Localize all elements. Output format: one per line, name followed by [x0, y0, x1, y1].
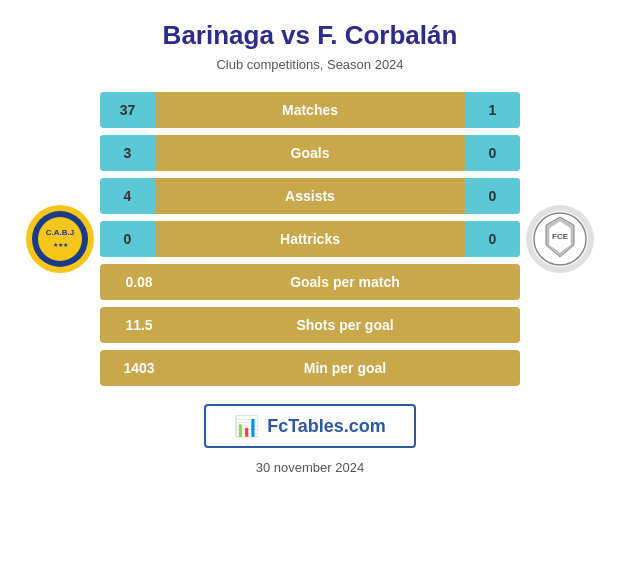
- date-text: 30 november 2024: [256, 460, 364, 475]
- chart-icon: 📊: [234, 414, 259, 438]
- stat-right-hattricks: 0: [465, 221, 520, 257]
- stat-right-goals: 0: [465, 135, 520, 171]
- stat-label-shots_per_goal: Shots per goal: [170, 317, 520, 333]
- stat-label-assists: Assists: [155, 188, 465, 204]
- stat-label-goals_per_match: Goals per match: [170, 274, 520, 290]
- stat-left-goals: 3: [100, 135, 155, 171]
- stat-row-shots_per_goal: 11.5Shots per goal: [100, 307, 520, 343]
- stat-label-min_per_goal: Min per goal: [170, 360, 520, 376]
- stat-row-matches: 37Matches1: [100, 92, 520, 128]
- svg-point-2: [38, 217, 82, 261]
- svg-text:C.A.B.J: C.A.B.J: [46, 228, 74, 237]
- stat-right-matches: 1: [465, 92, 520, 128]
- stat-row-goals: 3Goals0: [100, 135, 520, 171]
- stat-label-matches: Matches: [155, 102, 465, 118]
- page-title: Barinaga vs F. Corbalán: [163, 20, 458, 51]
- stat-row-goals_per_match: 0.08Goals per match: [100, 264, 520, 300]
- stat-left-assists: 4: [100, 178, 155, 214]
- stat-label-goals: Goals: [155, 145, 465, 161]
- fctables-banner: 📊 FcTables.com: [204, 404, 416, 448]
- svg-text:★★★: ★★★: [53, 242, 68, 248]
- stat-row-assists: 4Assists0: [100, 178, 520, 214]
- svg-text:FCE: FCE: [552, 232, 569, 241]
- stat-row-min_per_goal: 1403Min per goal: [100, 350, 520, 386]
- stat-right-assists: 0: [465, 178, 520, 214]
- comparison-area: C.A.B.J ★★★ 37Matches13Goals04Assists00H…: [20, 92, 600, 386]
- stats-container: 37Matches13Goals04Assists00Hattricks00.0…: [100, 92, 520, 386]
- stat-left-matches: 37: [100, 92, 155, 128]
- stat-value-goals_per_match: 0.08: [100, 274, 170, 290]
- brand-text: FcTables.com: [267, 416, 386, 437]
- right-team-logo: FCE: [520, 203, 600, 275]
- stat-label-hattricks: Hattricks: [155, 231, 465, 247]
- stat-value-shots_per_goal: 11.5: [100, 317, 170, 333]
- left-team-logo: C.A.B.J ★★★: [20, 203, 100, 275]
- stat-left-hattricks: 0: [100, 221, 155, 257]
- page: Barinaga vs F. Corbalán Club competition…: [0, 0, 620, 580]
- stat-value-min_per_goal: 1403: [100, 360, 170, 376]
- page-subtitle: Club competitions, Season 2024: [216, 57, 403, 72]
- stat-row-hattricks: 0Hattricks0: [100, 221, 520, 257]
